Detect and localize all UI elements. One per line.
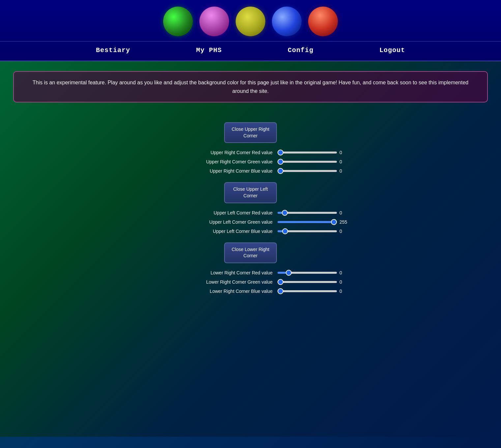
close-upper-right-button[interactable]: Close Upper Right Corner xyxy=(224,122,277,143)
nav-my-phs[interactable]: My PHS xyxy=(196,46,222,54)
lower-right-red-slider[interactable] xyxy=(278,272,337,274)
upper-left-green-value: 255 xyxy=(339,219,349,225)
upper-left-green-row: Upper Left Corner Green value 255 xyxy=(152,219,349,225)
lower-right-blue-value: 0 xyxy=(339,289,349,294)
nav-bestiary[interactable]: Bestiary xyxy=(96,46,130,54)
lower-right-blue-label: Lower Right Corner Blue value xyxy=(193,289,273,294)
lower-right-red-label: Lower Right Corner Red value xyxy=(193,270,273,275)
lower-right-red-slider-container: 0 xyxy=(278,270,349,275)
lower-right-blue-slider-container: 0 xyxy=(278,289,349,294)
main-content: This is an experimental feature. Play ar… xyxy=(0,61,501,437)
planet-row xyxy=(0,3,501,41)
upper-right-blue-slider[interactable] xyxy=(278,170,337,172)
upper-left-green-label: Upper Left Corner Green value xyxy=(193,219,273,225)
upper-left-green-slider-container: 255 xyxy=(278,219,349,225)
header: Bestiary My PHS Config Logout xyxy=(0,0,501,61)
upper-right-red-slider[interactable] xyxy=(278,152,337,154)
upper-right-green-slider-container: 0 xyxy=(278,159,349,164)
upper-right-green-value: 0 xyxy=(339,159,349,164)
nav-logout[interactable]: Logout xyxy=(379,46,405,54)
upper-right-blue-slider-container: 0 xyxy=(278,168,349,174)
close-upper-left-button[interactable]: Close Upper Left Corner xyxy=(224,182,277,203)
upper-right-green-slider[interactable] xyxy=(278,161,337,163)
upper-right-green-label: Upper Right Corner Green value xyxy=(193,159,273,164)
upper-left-red-value: 0 xyxy=(339,210,349,215)
upper-left-blue-slider-container: 0 xyxy=(278,229,349,234)
lower-right-green-label: Lower Right Corner Green value xyxy=(193,279,273,285)
lower-right-red-value: 0 xyxy=(339,270,349,275)
upper-left-red-label: Upper Left Corner Red value xyxy=(193,210,273,215)
upper-left-blue-value: 0 xyxy=(339,229,349,234)
info-text: This is an experimental feature. Play ar… xyxy=(33,80,469,94)
upper-right-red-slider-container: 0 xyxy=(278,150,349,155)
upper-left-blue-slider[interactable] xyxy=(278,230,337,232)
green-planet xyxy=(163,7,193,36)
lower-right-blue-row: Lower Right Corner Blue value 0 xyxy=(152,289,349,294)
red-planet xyxy=(308,7,338,36)
upper-left-red-slider-container: 0 xyxy=(278,210,349,215)
upper-left-green-slider[interactable] xyxy=(278,221,337,223)
blue-planet xyxy=(272,7,302,36)
yellow-planet xyxy=(236,7,265,36)
purple-planet xyxy=(199,7,229,36)
upper-right-red-label: Upper Right Corner Red value xyxy=(193,150,273,155)
upper-left-red-row: Upper Left Corner Red value 0 xyxy=(152,210,349,215)
upper-right-green-row: Upper Right Corner Green value 0 xyxy=(152,159,349,164)
lower-right-green-slider-container: 0 xyxy=(278,279,349,285)
upper-right-blue-row: Upper Right Corner Blue value 0 xyxy=(152,168,349,174)
lower-right-blue-slider[interactable] xyxy=(278,290,337,292)
upper-right-red-value: 0 xyxy=(339,150,349,155)
lower-right-green-value: 0 xyxy=(339,279,349,285)
upper-right-blue-label: Upper Right Corner Blue value xyxy=(193,168,273,174)
lower-right-green-row: Lower Right Corner Green value 0 xyxy=(152,279,349,285)
upper-left-red-slider[interactable] xyxy=(278,212,337,214)
info-box: This is an experimental feature. Play ar… xyxy=(13,71,488,102)
nav-config[interactable]: Config xyxy=(288,46,313,54)
nav-bar: Bestiary My PHS Config Logout xyxy=(0,41,501,61)
upper-right-red-row: Upper Right Corner Red value 0 xyxy=(152,150,349,155)
close-lower-right-button[interactable]: Close Lower Right Corner xyxy=(224,242,277,263)
lower-right-green-slider[interactable] xyxy=(278,281,337,283)
lower-right-red-row: Lower Right Corner Red value 0 xyxy=(152,270,349,275)
upper-right-blue-value: 0 xyxy=(339,168,349,174)
upper-left-blue-row: Upper Left Corner Blue value 0 xyxy=(152,229,349,234)
controls-section: Close Upper Right Corner Upper Right Cor… xyxy=(13,116,488,296)
upper-left-blue-label: Upper Left Corner Blue value xyxy=(193,229,273,234)
